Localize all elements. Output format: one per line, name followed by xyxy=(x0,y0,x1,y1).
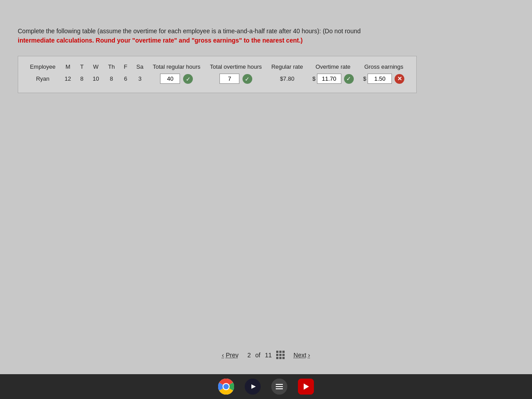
main-content: Complete the following table (assume the… xyxy=(0,0,532,112)
bottom-navigation: ‹ Prev 2 of 11 Next › xyxy=(0,351,532,359)
instruction-line1: Complete the following table (assume the… xyxy=(18,27,361,35)
overtime-rate-cell[interactable]: $ ✓ xyxy=(308,72,358,86)
col-w: W xyxy=(88,62,104,72)
overtime-rate-wrapper: $ ✓ xyxy=(313,74,354,84)
col-regular-rate: Regular rate xyxy=(266,62,308,72)
total-overtime-hours-cell[interactable]: ✓ xyxy=(205,72,267,86)
table-row: Ryan 12 8 10 8 6 3 ✓ ✓ xyxy=(25,72,409,86)
play-icon[interactable] xyxy=(245,379,261,395)
regular-rate-cell: $7.80 xyxy=(266,72,308,86)
grid-icon[interactable] xyxy=(276,351,285,359)
table-container: Employee M T W Th F Sa Total regular hou… xyxy=(18,56,417,93)
earnings-table: Employee M T W Th F Sa Total regular hou… xyxy=(25,62,409,86)
regular-rate-value: $7.80 xyxy=(280,75,294,82)
svg-rect-8 xyxy=(276,388,283,389)
gross-earnings-error-button[interactable]: ✕ xyxy=(395,74,404,84)
overtime-dollar-sign: $ xyxy=(313,75,316,82)
overtime-rate-input[interactable] xyxy=(317,74,341,84)
col-employee: Employee xyxy=(25,62,60,72)
overtime-rate-check-button[interactable]: ✓ xyxy=(344,74,354,84)
instruction-highlight: intermediate calculations. Round your "o… xyxy=(18,37,303,44)
col-m: M xyxy=(60,62,76,72)
col-f: F xyxy=(119,62,132,72)
hours-tuesday: 8 xyxy=(76,72,88,86)
of-label: of xyxy=(255,352,261,359)
col-th: Th xyxy=(104,62,120,72)
hours-thursday: 8 xyxy=(104,72,120,86)
youtube-icon[interactable] xyxy=(298,379,314,395)
next-button[interactable]: Next › xyxy=(293,352,310,359)
col-total-regular: Total regular hours xyxy=(148,62,205,72)
hours-friday: 6 xyxy=(119,72,132,86)
col-overtime-rate: Overtime rate xyxy=(308,62,358,72)
gross-earnings-wrapper: $ ✕ xyxy=(363,74,404,84)
total-overtime-check-button[interactable]: ✓ xyxy=(243,74,252,84)
chrome-icon[interactable] xyxy=(218,379,234,395)
svg-rect-6 xyxy=(276,384,283,385)
employee-name: Ryan xyxy=(25,72,60,86)
page-info: 2 of 11 xyxy=(247,351,285,359)
svg-point-2 xyxy=(223,384,229,389)
current-page: 2 xyxy=(247,352,251,359)
hours-saturday: 3 xyxy=(132,72,148,86)
col-sa: Sa xyxy=(132,62,148,72)
col-total-overtime: Total overtime hours xyxy=(205,62,267,72)
prev-button[interactable]: ‹ Prev xyxy=(222,352,239,359)
total-regular-hours-input[interactable] xyxy=(160,74,180,84)
next-chevron-icon: › xyxy=(308,352,310,359)
svg-rect-7 xyxy=(276,386,283,387)
gross-dollar-sign: $ xyxy=(363,75,366,82)
total-pages: 11 xyxy=(265,352,272,359)
total-overtime-hours-input[interactable] xyxy=(219,74,239,84)
taskbar xyxy=(0,374,532,399)
hours-wednesday: 10 xyxy=(88,72,104,86)
next-label: Next xyxy=(293,352,306,359)
table-header-row: Employee M T W Th F Sa Total regular hou… xyxy=(25,62,409,72)
gross-earnings-input[interactable] xyxy=(368,74,392,84)
prev-label: Prev xyxy=(226,352,239,359)
hours-monday: 12 xyxy=(60,72,76,86)
col-t: T xyxy=(76,62,88,72)
total-regular-hours-cell[interactable]: ✓ xyxy=(148,72,205,86)
total-regular-check-button[interactable]: ✓ xyxy=(183,74,193,84)
instructions: Complete the following table (assume the… xyxy=(18,27,514,45)
prev-chevron-icon: ‹ xyxy=(222,352,224,359)
gross-earnings-cell[interactable]: $ ✕ xyxy=(358,72,409,86)
col-gross-earnings: Gross earnings xyxy=(358,62,409,72)
menu-icon[interactable] xyxy=(271,379,287,395)
